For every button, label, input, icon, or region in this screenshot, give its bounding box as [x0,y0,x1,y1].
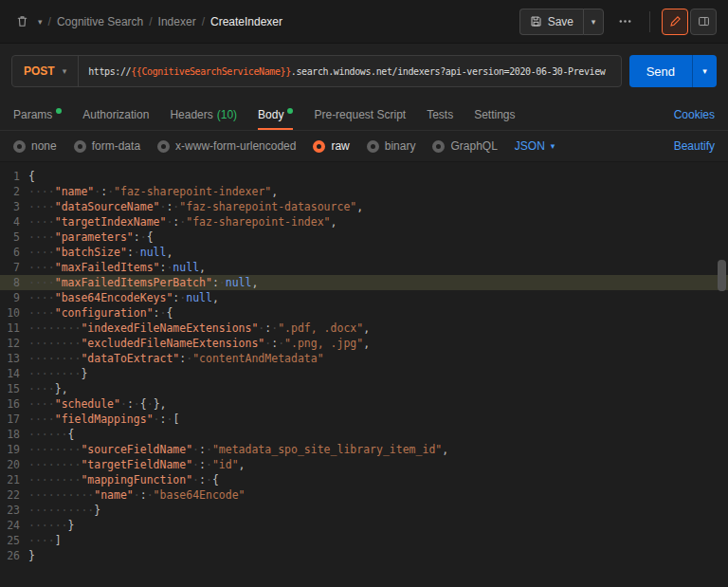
url-box: POST ▾ https://{{CognitiveSearchServiceN… [11,55,622,87]
tab-settings[interactable]: Settings [474,99,515,130]
radio-icon [432,140,445,153]
save-button-label: Save [548,15,573,28]
send-button[interactable]: Send [629,55,692,87]
tab-headers[interactable]: Headers(10) [170,99,237,130]
code-line[interactable]: 8····"maxFailedItemsPerBatch":·null, [0,275,728,290]
code-line[interactable]: 9····"base64EncodeKeys":·null, [0,290,728,305]
edit-button[interactable] [662,9,688,35]
tab-body[interactable]: Body [258,99,293,130]
tab-params[interactable]: Params [13,99,62,130]
divider [649,11,650,32]
code-line[interactable]: 1{ [0,169,728,184]
save-split-button: Save ▾ [519,9,604,35]
line-number: 20 [0,457,28,472]
code-line[interactable]: 16····"schedule"·:·{·}, [0,396,728,412]
tab-pre-request-script[interactable]: Pre-request Script [314,99,406,130]
panel-icon [698,15,710,28]
code-line[interactable]: 7····"maxFailedItems":·null, [0,260,728,275]
method-select[interactable]: POST ▾ [12,56,79,86]
breadcrumb-item-request[interactable]: CreateIndexer [210,15,282,28]
format-select[interactable]: JSON ▾ [515,139,555,153]
radio-icon [13,140,26,153]
body-type-x-www-form-urlencoded[interactable]: x-www-form-urlencoded [157,139,296,153]
pencil-icon [669,15,682,28]
code-text: ········"excludedFileNameExtensions"·:·"… [28,336,370,351]
code-line[interactable]: 14········} [0,366,728,381]
body-type-binary[interactable]: binary [367,139,416,153]
comments-button[interactable] [690,9,717,35]
line-number: 9 [0,290,28,305]
code-text: ····"targetIndexName"·:·"faz-sharepoint-… [28,214,337,229]
code-line[interactable]: 11········"indexedFileNameExtensions"·:·… [0,321,728,336]
code-line[interactable]: 26} [0,548,728,563]
tab-tests[interactable]: Tests [427,99,453,130]
code-line[interactable]: 24······} [0,518,728,533]
radio-label: binary [385,139,416,153]
line-number: 10 [0,305,28,321]
body-type-raw[interactable]: raw [313,139,349,153]
code-line[interactable]: 6····"batchSize":·null, [0,245,728,260]
send-options-button[interactable]: ▾ [692,55,717,87]
body-type-form-data[interactable]: form-data [74,139,140,153]
format-label: JSON [515,139,545,153]
line-number: 1 [0,169,28,184]
code-line[interactable]: 22··········"name"·:·"base64Encode" [0,487,728,503]
line-number: 14 [0,366,28,381]
code-line[interactable]: 10····"configuration":·{ [0,305,728,321]
line-number: 24 [0,518,28,533]
code-line[interactable]: 15····}, [0,381,728,396]
breadcrumb-separator: / [149,15,152,28]
tab-label: Pre-request Script [314,108,406,121]
code-line[interactable]: 18······{ [0,427,728,442]
code-line[interactable]: 3····"dataSourceName"·:·"faz-sharepoint-… [0,199,728,214]
line-number: 2 [0,184,28,199]
line-number: 23 [0,503,28,518]
breadcrumb-item-collection[interactable]: Indexer [158,15,196,28]
code-editor-lines: 1{2····"name"·:·"faz-sharepoint-indexer"… [0,169,728,563]
chevron-down-icon[interactable]: ▾ [38,17,43,27]
vertical-scrollbar[interactable] [718,260,726,291]
code-text: ····"name"·:·"faz-sharepoint-indexer", [28,184,278,199]
code-line[interactable]: 4····"targetIndexName"·:·"faz-sharepoint… [0,214,728,229]
request-body-editor[interactable]: 1{2····"name"·:·"faz-sharepoint-indexer"… [0,161,728,587]
tab-status-dot [56,108,62,114]
more-options-button[interactable] [611,9,638,35]
code-line[interactable]: 23··········} [0,503,728,518]
code-text: ········"indexedFileNameExtensions"·:·".… [28,321,370,336]
body-type-graphql[interactable]: GraphQL [432,139,497,153]
code-text: } [28,548,35,563]
trash-icon[interactable] [11,11,32,32]
code-line[interactable]: 21········"mappingFunction"·:·{ [0,472,728,487]
code-text: ········"mappingFunction"·:·{ [28,472,219,487]
code-text: ····"base64EncodeKeys":·null, [28,290,219,305]
code-line[interactable]: 25····] [0,533,728,548]
line-number: 13 [0,351,28,366]
tab-status-dot [287,108,293,114]
line-number: 11 [0,321,28,336]
save-icon [530,15,542,28]
radio-icon [74,140,86,153]
code-line[interactable]: 2····"name"·:·"faz-sharepoint-indexer", [0,184,728,199]
line-number: 19 [0,442,28,457]
code-line[interactable]: 12········"excludedFileNameExtensions"·:… [0,336,728,351]
code-text: ····"batchSize":·null, [28,245,173,260]
radio-label: x-www-form-urlencoded [175,139,296,153]
code-line[interactable]: 13········"dataToExtract":·"contentAndMe… [0,351,728,366]
code-line[interactable]: 5····"parameters":·{ [0,229,728,245]
tab-authorization[interactable]: Authorization [82,99,149,130]
body-type-none[interactable]: none [13,139,57,153]
save-button[interactable]: Save [519,9,583,35]
code-line[interactable]: 17····"fieldMappings"·:·[ [0,412,728,427]
code-line[interactable]: 20········"targetFieldName"·:·"id", [0,457,728,472]
url-input[interactable]: https://{{CognitiveSearchServiceName}}.s… [79,66,620,77]
cookies-link[interactable]: Cookies [674,99,715,130]
breadcrumb: ▾ / Cognitive Search / Indexer / CreateI… [11,11,282,32]
send-split-button: Send ▾ [629,55,717,87]
tab-count-badge: (10) [217,108,237,121]
code-text: ····"fieldMappings"·:·[ [28,412,179,427]
beautify-link[interactable]: Beautify [674,139,715,153]
code-line[interactable]: 19········"sourceFieldName"·:·"metadata_… [0,442,728,457]
url-suffix: .search.windows.net/indexers?api-version… [291,66,606,77]
save-options-button[interactable]: ▾ [583,9,604,35]
breadcrumb-item-workspace[interactable]: Cognitive Search [57,15,143,28]
